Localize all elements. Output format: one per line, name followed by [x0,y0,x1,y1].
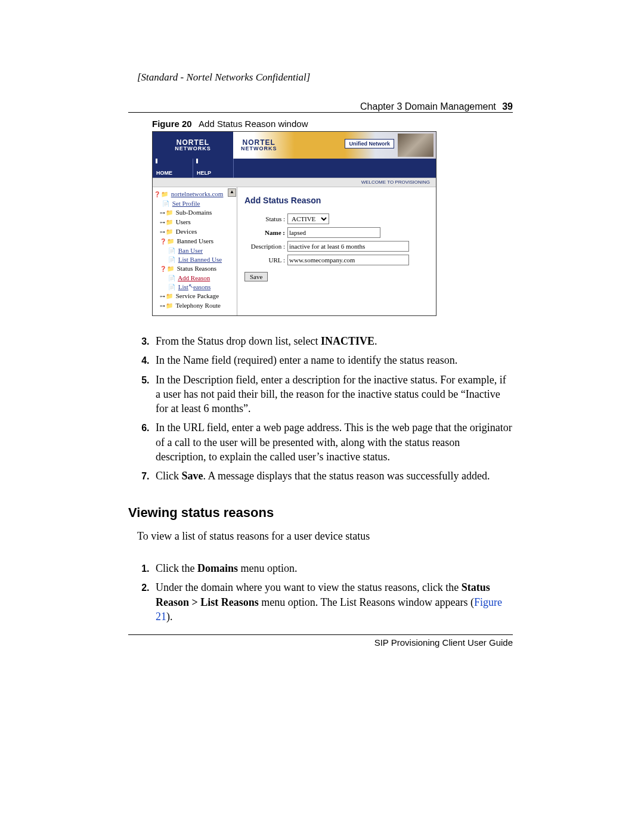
tree-banned-users[interactable]: ❓📁 Banned Users [154,237,236,246]
step-b2: Under the domain where you want to view … [152,580,513,624]
tree-status-reasons[interactable]: ❓📁 Status Reasons [154,264,236,274]
scroll-up-icon[interactable]: ▲ [228,188,236,197]
banner-right: NORTEL NETWORKS Unified Network [233,132,436,159]
figure-label: Figure 20 [152,119,192,129]
chapter-header: Chapter 3 Domain Management 39 [128,101,513,112]
section-intro: To view a list of status reasons for a u… [137,529,513,543]
unified-network-badge: Unified Network [345,139,394,148]
chapter-title: Chapter 3 Domain Management [360,101,496,112]
step-3: From the Status drop down list, select I… [152,334,513,348]
cursor-icon: ↖ [188,281,193,290]
status-label: Status : [244,215,287,222]
steps-list-a: From the Status drop down list, select I… [137,334,513,484]
nav-home[interactable]: HOME [153,159,193,178]
step-4: In the Name field (required) enter a nam… [152,353,513,367]
figure-title: Add Status Reason window [199,119,308,129]
nav-help-label: HELP [197,170,211,176]
content-body: ▲ ❓📁 nortelnetworks.com 📄 Set Profile ⊶📁… [153,187,436,315]
tree-panel: ▲ ❓📁 nortelnetworks.com 📄 Set Profile ⊶📁… [153,187,237,315]
footer-divider [128,634,513,635]
form-title: Add Status Reason [244,196,429,205]
footer-text: SIP Provisioning Client User Guide [128,637,513,648]
banner-row: NORTEL NETWORKS NORTEL NETWORKS Unified … [153,132,436,159]
steps-list-b: Click the Domains menu option. Under the… [137,561,513,624]
nav-spacer [234,159,436,178]
step-b1: Click the Domains menu option. [152,561,513,575]
tree-ban-user[interactable]: 📄 Ban User [154,246,236,255]
form-panel: Add Status Reason Status : ACTIVE Name :… [237,187,436,315]
tree-users[interactable]: ⊶📁 Users [154,218,236,227]
tree-list-reasons[interactable]: 📄 List↖easons [154,283,236,292]
tree-devices[interactable]: ⊶📁 Devices [154,227,236,237]
screenshot-window: NORTEL NETWORKS NORTEL NETWORKS Unified … [152,131,436,316]
tree-list-banned[interactable]: 📄 List Banned Use [154,255,236,264]
banner-left: NORTEL NETWORKS [153,132,233,159]
nav-help[interactable]: HELP [193,159,234,178]
tree-add-reason[interactable]: 📄 Add Reason [154,274,236,283]
tree-root[interactable]: ❓📁 nortelnetworks.com [154,190,236,199]
figure-caption: Figure 20 Add Status Reason window [137,119,513,129]
logo-sub-left: NETWORKS [175,146,211,151]
nav-bar: HOME HELP [153,159,436,178]
url-label: URL : [244,256,287,264]
header-divider [128,112,513,113]
nav-home-label: HOME [156,170,172,176]
status-select[interactable]: ACTIVE [287,213,329,224]
welcome-bar: WELCOME TO PROVISIONING [153,178,436,187]
save-button[interactable]: Save [244,272,268,281]
name-label: Name : [244,229,287,236]
banner-photo [398,134,434,157]
confidential-notice: [Standard - Nortel Networks Confidential… [137,72,513,83]
tree-set-profile[interactable]: 📄 Set Profile [154,199,236,208]
step-6: In the URL field, enter a web page addre… [152,420,513,464]
step-5: In the Description field, enter a descri… [152,373,513,416]
name-input[interactable] [287,227,380,238]
description-label: Description : [244,243,287,250]
logo-sub-right: NETWORKS [241,146,277,151]
page-number: 39 [502,101,513,112]
tree-sub-domains[interactable]: ⊶📁 Sub-Domains [154,208,236,218]
tree-service-package[interactable]: ⊶📁 Service Package [154,292,236,301]
section-heading: Viewing status reasons [128,505,513,521]
description-input[interactable] [287,241,409,252]
url-input[interactable] [287,255,409,265]
tree-telephony-route[interactable]: ⊶📁 Telephony Route [154,301,236,311]
step-7: Click Save. A message displays that the … [152,469,513,483]
